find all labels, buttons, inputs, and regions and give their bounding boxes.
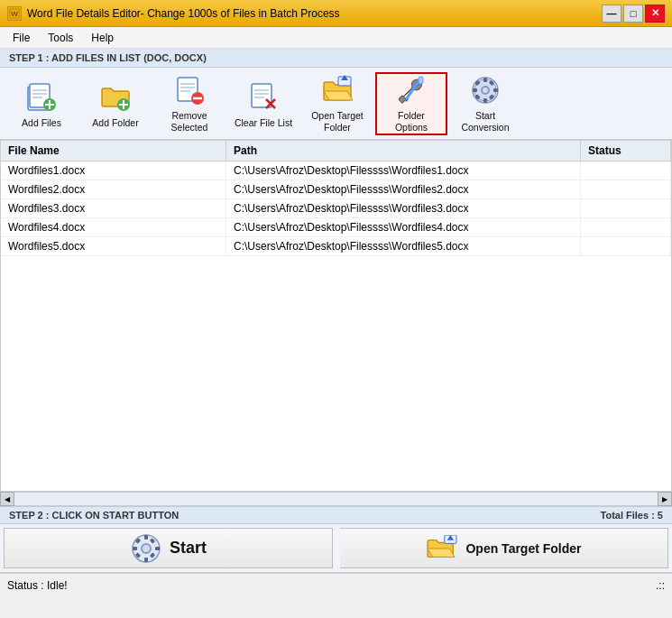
- open-target-folder-button[interactable]: Open Target Folder: [301, 72, 373, 135]
- remove-selected-icon: [171, 73, 207, 107]
- table-row[interactable]: Wordfiles5.docx C:\Users\Afroz\Desktop\F…: [1, 237, 671, 256]
- step2-bar: STEP 2 : CLICK ON START BUTTON Total Fil…: [0, 506, 672, 524]
- horizontal-scrollbar[interactable]: ◀ ▶: [0, 492, 672, 506]
- table-row[interactable]: Wordfiles3.docx C:\Users\Afroz\Desktop\F…: [1, 199, 671, 218]
- window-title: Word File Details Editor- Change 1000s o…: [27, 7, 340, 20]
- cell-status: [581, 180, 671, 198]
- cell-filename: Wordfiles4.docx: [1, 218, 226, 236]
- table-row[interactable]: Wordfiles4.docx C:\Users\Afroz\Desktop\F…: [1, 218, 671, 237]
- svg-rect-19: [252, 84, 272, 107]
- remove-selected-label: Remove Selected: [158, 110, 221, 133]
- folder-options-label: Folder Options: [381, 110, 442, 133]
- col-path: Path: [226, 141, 581, 161]
- svg-rect-27: [399, 96, 406, 103]
- status-bar: Status : Idle! .::: [0, 573, 672, 596]
- maximize-button[interactable]: □: [623, 5, 643, 23]
- add-files-label: Add Files: [22, 117, 61, 129]
- svg-rect-47: [155, 547, 160, 550]
- clear-file-list-button[interactable]: Clear File List: [227, 72, 299, 135]
- add-files-button[interactable]: Add Files: [5, 72, 78, 135]
- table-row[interactable]: Wordfiles1.docx C:\Users\Afroz\Desktop\F…: [1, 161, 671, 180]
- folder-options-icon: [393, 73, 429, 107]
- toolbar: Add Files Add Folder Remove Select: [0, 68, 672, 140]
- status-text: Status : Idle!: [7, 579, 68, 592]
- cell-path: C:\Users\Afroz\Desktop\Filessss\Wordfile…: [226, 180, 581, 198]
- scroll-track[interactable]: [14, 493, 658, 505]
- step2-label: STEP 2 : CLICK ON START BUTTON: [9, 510, 179, 521]
- open-target-folder-bottom-label: Open Target Folder: [465, 541, 581, 556]
- svg-rect-35: [473, 88, 477, 92]
- total-files: Total Files : 5: [601, 510, 663, 521]
- scroll-left-button[interactable]: ◀: [0, 492, 14, 506]
- add-folder-button[interactable]: Add Folder: [79, 72, 152, 135]
- cell-status: [581, 199, 671, 217]
- cell-status: [581, 218, 671, 236]
- start-icon: [130, 532, 162, 565]
- cell-filename: Wordfiles2.docx: [1, 180, 226, 198]
- table-row[interactable]: Wordfiles2.docx C:\Users\Afroz\Desktop\F…: [1, 180, 671, 199]
- start-conversion-icon: [467, 73, 503, 107]
- svg-point-42: [483, 88, 488, 93]
- cell-status: [581, 237, 671, 255]
- step1-label: STEP 1 : ADD FILES IN LIST (DOC, DOCX): [0, 49, 672, 68]
- menu-file[interactable]: File: [5, 30, 37, 46]
- add-folder-icon: [97, 78, 133, 115]
- cell-path: C:\Users\Afroz\Desktop\Filessss\Wordfile…: [226, 161, 581, 180]
- svg-rect-46: [133, 547, 137, 550]
- cell-status: [581, 161, 671, 180]
- remove-selected-button[interactable]: Remove Selected: [153, 72, 226, 135]
- col-status: Status: [581, 141, 671, 161]
- col-filename: File Name: [1, 141, 226, 161]
- cell-path: C:\Users\Afroz\Desktop\Filessss\Wordfile…: [226, 199, 581, 217]
- svg-rect-33: [483, 78, 487, 82]
- svg-point-53: [143, 545, 150, 552]
- file-list: File Name Path Status Wordfiles1.docx C:…: [0, 140, 672, 492]
- close-button[interactable]: ✕: [645, 5, 665, 23]
- cell-filename: Wordfiles3.docx: [1, 199, 226, 217]
- cell-path: C:\Users\Afroz\Desktop\Filessss\Wordfile…: [226, 218, 581, 236]
- svg-rect-30: [419, 77, 423, 84]
- folder-options-button[interactable]: Folder Options: [375, 72, 447, 135]
- status-dots: .::: [656, 579, 665, 592]
- menu-bar: File Tools Help: [0, 27, 672, 49]
- start-button[interactable]: Start: [4, 528, 333, 568]
- start-conversion-button[interactable]: Start Conversion: [449, 72, 521, 135]
- clear-file-list-label: Clear File List: [235, 117, 292, 129]
- menu-tools[interactable]: Tools: [41, 30, 80, 46]
- file-list-body[interactable]: Wordfiles1.docx C:\Users\Afroz\Desktop\F…: [1, 161, 671, 491]
- cell-filename: Wordfiles5.docx: [1, 237, 226, 255]
- add-folder-label: Add Folder: [92, 117, 138, 129]
- open-folder-bottom-icon: [426, 535, 458, 562]
- open-target-folder-icon: [319, 73, 355, 107]
- window-controls: — □ ✕: [602, 5, 665, 23]
- scroll-right-button[interactable]: ▶: [658, 492, 672, 506]
- app-icon: W: [7, 6, 22, 21]
- svg-rect-34: [483, 98, 487, 103]
- start-label: Start: [170, 539, 207, 558]
- cell-filename: Wordfiles1.docx: [1, 161, 226, 180]
- svg-text:W: W: [11, 10, 18, 18]
- svg-rect-44: [144, 535, 148, 540]
- svg-rect-45: [144, 558, 148, 562]
- menu-help[interactable]: Help: [84, 30, 121, 46]
- start-conversion-label: Start Conversion: [454, 110, 517, 133]
- cell-path: C:\Users\Afroz\Desktop\Filessss\Wordfile…: [226, 237, 581, 255]
- minimize-button[interactable]: —: [602, 5, 621, 23]
- clear-file-list-icon: [245, 78, 281, 115]
- title-bar: W Word File Details Editor- Change 1000s…: [0, 0, 672, 27]
- bottom-buttons: Start Open Target Folder: [0, 524, 672, 573]
- add-files-icon: [23, 78, 60, 115]
- file-list-area: File Name Path Status Wordfiles1.docx C:…: [0, 140, 672, 492]
- open-target-folder-label: Open Target Folder: [306, 110, 369, 133]
- svg-rect-36: [493, 88, 498, 92]
- open-target-folder-bottom-button[interactable]: Open Target Folder: [340, 528, 668, 568]
- file-list-header: File Name Path Status: [1, 141, 671, 161]
